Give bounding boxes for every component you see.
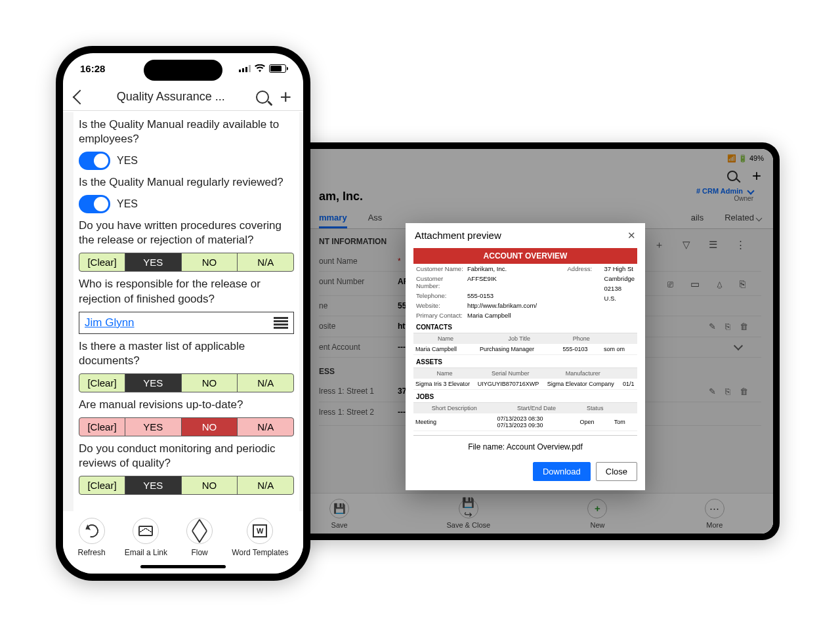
table-row: Sigma Iris 3 ElevatorUIYGUYIB870716XWPSi… — [413, 379, 637, 390]
segment-clear[interactable]: [Clear] — [79, 253, 125, 271]
question-label: Do you have written procedures covering … — [79, 219, 294, 247]
text-input[interactable]: Jim Glynn — [79, 312, 294, 334]
segment-yes[interactable]: YES — [125, 476, 182, 494]
add-icon[interactable]: + — [280, 87, 291, 107]
jobs-header: JOBS — [413, 390, 637, 403]
refresh-button[interactable]: Refresh — [78, 518, 106, 574]
wifi-icon — [255, 64, 265, 72]
phone-footer: Refresh Email a Link Flow W Word Templat… — [63, 511, 303, 574]
phone-notch — [144, 60, 222, 81]
segment-na[interactable]: N/A — [238, 374, 293, 392]
phone-header: Quality Assurance ... + — [63, 83, 303, 111]
segment-no[interactable]: NO — [182, 374, 238, 392]
phone-frame: 16:28 Quality Assurance ... + Is the Qua… — [56, 46, 310, 581]
question-label: Do you conduct monitoring and periodic r… — [79, 442, 294, 471]
assets-header: ASSETS — [413, 355, 637, 368]
segment-clear[interactable]: [Clear] — [79, 418, 125, 436]
toggle-switch[interactable] — [79, 195, 110, 213]
question-label: Is the Quality Manual regularly reviewed… — [79, 175, 294, 190]
segment-clear[interactable]: [Clear] — [79, 374, 125, 392]
download-button[interactable]: Download — [533, 462, 591, 481]
toggle-control[interactable]: YES — [79, 195, 294, 213]
toggle-control[interactable]: YES — [79, 152, 294, 170]
table-row: Maria CampbellPurchasing Manager555-0103… — [413, 344, 637, 355]
refresh-icon — [83, 522, 100, 539]
flow-icon — [192, 526, 207, 536]
contacts-header: CONTACTS — [413, 320, 637, 333]
status-time: 16:28 — [80, 63, 105, 74]
segment-na[interactable]: N/A — [238, 418, 293, 436]
segment-control[interactable]: [Clear] YES NO N/A — [79, 373, 294, 392]
question-label: Are manual revisions up-to-date? — [79, 398, 294, 412]
cellular-icon — [239, 64, 251, 72]
segment-yes[interactable]: YES — [125, 418, 182, 436]
table-row: Meeting07/13/2023 08:30 07/13/2023 09:30… — [413, 413, 637, 431]
file-name-label: File name: Account Overview.pdf — [413, 435, 637, 457]
toggle-switch[interactable] — [79, 152, 110, 170]
segment-no[interactable]: NO — [182, 476, 238, 494]
jobs-table: Short DescriptionStart/End DateStatus Me… — [413, 403, 637, 431]
mail-icon — [138, 526, 153, 536]
question-form[interactable]: Is the Quality Manual readily available … — [63, 112, 303, 511]
modal-title: Attachment preview — [415, 230, 501, 242]
segment-no[interactable]: NO — [182, 418, 238, 436]
back-icon[interactable] — [73, 89, 88, 104]
word-templates-button[interactable]: W Word Templates — [232, 518, 288, 574]
menu-icon[interactable] — [274, 317, 288, 329]
question-label: Is there a master list of applicable doc… — [79, 339, 294, 368]
close-button[interactable]: Close — [596, 462, 637, 481]
close-icon[interactable]: ✕ — [627, 230, 636, 242]
segment-yes[interactable]: YES — [125, 374, 182, 392]
contacts-table: NameJob TitlePhone Maria CampbellPurchas… — [413, 333, 637, 355]
segment-control[interactable]: [Clear] YES NO N/A — [79, 476, 294, 495]
page-title: Quality Assurance ... — [96, 90, 245, 104]
search-icon[interactable] — [256, 91, 269, 104]
person-link[interactable]: Jim Glynn — [85, 316, 135, 329]
word-icon: W — [253, 524, 267, 537]
segment-control[interactable]: [Clear] YES NO N/A — [79, 253, 294, 272]
segment-control[interactable]: [Clear] YES NO N/A — [79, 417, 294, 436]
segment-yes[interactable]: YES — [125, 253, 182, 271]
question-label: Who is responsible for the release or re… — [79, 277, 294, 306]
attachment-preview-modal: Attachment preview ✕ ACCOUNT OVERVIEW Cu… — [406, 223, 645, 490]
segment-na[interactable]: N/A — [238, 476, 293, 494]
phone-screen: 16:28 Quality Assurance ... + Is the Qua… — [63, 53, 303, 574]
segment-no[interactable]: NO — [182, 253, 238, 271]
segment-clear[interactable]: [Clear] — [79, 476, 125, 494]
question-label: Is the Quality Manual readily available … — [79, 117, 294, 146]
home-indicator — [140, 565, 226, 568]
segment-na[interactable]: N/A — [238, 253, 293, 271]
assets-table: NameSerial NumberManufacturer Sigma Iris… — [413, 368, 637, 390]
battery-icon — [269, 64, 286, 73]
doc-header: ACCOUNT OVERVIEW — [413, 248, 637, 264]
